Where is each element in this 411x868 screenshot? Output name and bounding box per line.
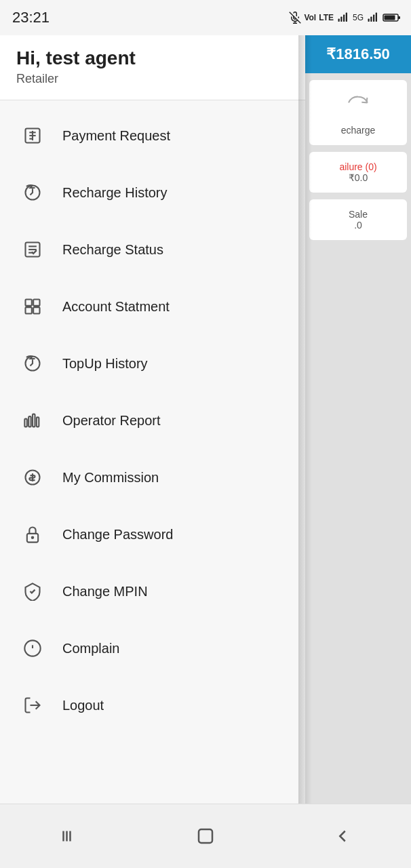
menu-item-complain[interactable]: Complain [0, 620, 305, 677]
svg-rect-6 [346, 13, 347, 22]
logout-icon [19, 692, 46, 719]
menu-item-recharge-history[interactable]: Recharge History [0, 164, 305, 221]
recharge-status-label: Recharge Status [62, 242, 163, 258]
logout-label: Logout [62, 698, 104, 713]
drawer-shadow [298, 0, 312, 868]
back-icon [332, 826, 353, 846]
menu-item-payment-request[interactable]: Payment Request [0, 107, 305, 164]
failure-section: ailure (0) ₹0.0 [309, 152, 407, 193]
payment-request-label: Payment Request [62, 128, 170, 144]
vol-label: Vol [304, 13, 316, 22]
svg-rect-5 [343, 15, 345, 22]
signal2-icon [366, 12, 380, 24]
my-commission-icon [19, 464, 46, 491]
svg-rect-9 [373, 15, 374, 22]
my-commission-label: My Commission [62, 470, 159, 486]
svg-rect-31 [33, 414, 35, 427]
svg-point-36 [32, 537, 33, 538]
home-icon [195, 826, 216, 846]
status-icons: Vol LTE 5G [289, 12, 402, 24]
account-statment-label: Account Statment [62, 299, 170, 315]
balance-amount: ₹1816.50 [326, 45, 390, 63]
home-button[interactable] [185, 816, 226, 856]
menu-item-recharge-status[interactable]: Recharge Status [0, 221, 305, 278]
sale-section: Sale .0 [309, 199, 407, 240]
svg-rect-25 [33, 300, 39, 306]
svg-rect-3 [338, 19, 339, 22]
back-button[interactable] [322, 816, 363, 856]
svg-rect-12 [398, 16, 400, 19]
operator-report-label: Operator Report [62, 413, 161, 429]
svg-rect-24 [26, 300, 32, 306]
topup-history-label: TopUp History [62, 356, 148, 372]
failure-label: ailure (0) [315, 161, 402, 172]
menu-item-topup-history[interactable]: TopUp History [0, 335, 305, 392]
signal-icon [336, 12, 350, 24]
drawer-menu: Payment Request Recharge History Recharg… [0, 100, 305, 868]
user-role: Retailer [16, 72, 289, 86]
operator-report-icon [19, 407, 46, 434]
recharge-section: echarge [309, 80, 407, 145]
svg-rect-26 [26, 307, 32, 313]
recharge-history-icon [19, 179, 46, 206]
complain-icon [19, 635, 46, 662]
recharge-label: echarge [315, 125, 402, 136]
svg-rect-13 [385, 16, 395, 20]
change-password-icon [19, 521, 46, 548]
change-mpin-label: Change MPIN [62, 584, 148, 599]
menu-item-account-statment[interactable]: Account Statment [0, 278, 305, 335]
svg-rect-4 [340, 17, 342, 22]
recent-apps-button[interactable] [48, 816, 89, 856]
payment-request-icon [19, 122, 46, 149]
topup-history-icon [19, 350, 46, 377]
failure-amount: ₹0.0 [315, 172, 402, 183]
account-statment-icon [19, 293, 46, 320]
complain-label: Complain [62, 641, 119, 656]
status-bar: 23:21 Vol LTE 5G [0, 0, 411, 35]
recharge-status-icon [19, 236, 46, 263]
menu-item-my-commission[interactable]: My Commission [0, 449, 305, 506]
user-greeting: Hi, test agent [16, 47, 289, 69]
mute-icon [289, 12, 301, 24]
svg-rect-27 [33, 307, 39, 313]
background-app: ₹1816.50 echarge ailure (0) ₹0.0 Sale .0 [305, 0, 411, 804]
recent-apps-icon [58, 826, 79, 846]
sale-amount: .0 [315, 220, 402, 231]
menu-item-change-mpin[interactable]: Change MPIN [0, 563, 305, 620]
battery-icon [383, 12, 402, 23]
lte-label: LTE [319, 13, 334, 22]
sale-label: Sale [315, 209, 402, 220]
navigation-drawer: Hi, test agent Retailer Payment Request … [0, 0, 305, 868]
status-time: 23:21 [12, 9, 50, 26]
svg-rect-32 [37, 417, 39, 427]
menu-item-operator-report[interactable]: Operator Report [0, 392, 305, 449]
network-label: 5G [353, 13, 364, 22]
change-mpin-icon [19, 578, 46, 605]
menu-item-change-password[interactable]: Change Password [0, 506, 305, 563]
bottom-navigation [0, 804, 411, 868]
menu-item-logout[interactable]: Logout [0, 677, 305, 734]
svg-rect-29 [24, 419, 27, 427]
svg-rect-30 [28, 416, 31, 427]
recharge-history-label: Recharge History [62, 185, 168, 201]
svg-rect-7 [368, 19, 370, 22]
svg-rect-8 [370, 17, 372, 22]
change-password-label: Change Password [62, 527, 173, 542]
svg-rect-44 [199, 829, 212, 843]
svg-rect-10 [376, 13, 377, 22]
